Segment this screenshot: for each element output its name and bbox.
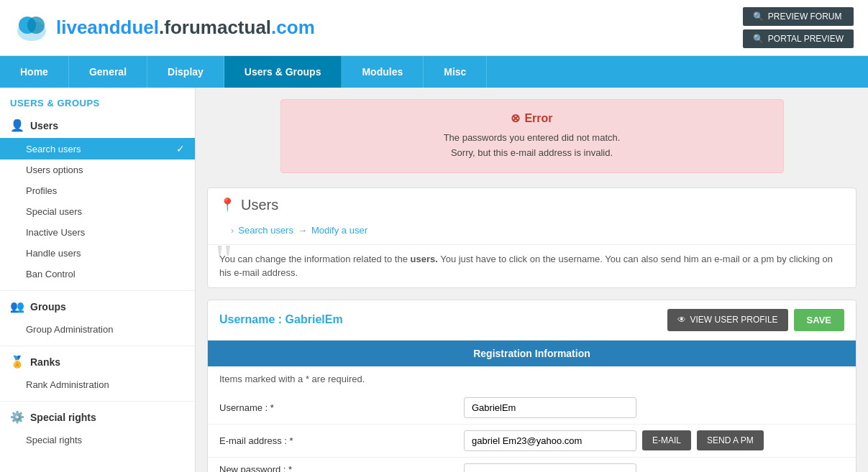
username-actions: 👁 VIEW USER PROFILE SAVE: [667, 309, 844, 331]
username-input[interactable]: [464, 397, 636, 418]
search-icon-2: 🔍: [753, 34, 764, 44]
sidebar-group-ranks: 🏅 Ranks Rank Administration: [0, 349, 195, 395]
email-row-actions: E-MAIL SEND A PM: [464, 430, 764, 451]
username-form-row: Username : *: [208, 392, 856, 425]
header-buttons: 🔍 PREVIEW FORUM 🔍 PORTAL PREVIEW: [743, 7, 854, 48]
logo-area: liveandduel.forumactual.com: [14, 11, 315, 45]
pin-icon: 📍: [219, 197, 235, 213]
special-icon: ⚙️: [10, 410, 24, 424]
sidebar-item-profiles[interactable]: Profiles: [0, 180, 195, 201]
sidebar-group-special: ⚙️ Special rights Special rights: [0, 404, 195, 450]
users-section: 📍 Users › Search users → Modify a user Y…: [207, 188, 856, 288]
sidebar-item-ban-control[interactable]: Ban Control: [0, 264, 195, 284]
ranks-icon: 🏅: [10, 355, 24, 369]
nav-display[interactable]: Display: [147, 56, 224, 88]
sidebar-group-groups-header: 👥 Groups: [0, 294, 195, 319]
email-form-row: E-mail address : * E-MAIL SEND A PM: [208, 425, 856, 458]
username-header: Username : GabrielEm 👁 VIEW USER PROFILE…: [208, 300, 856, 341]
logo-text: liveandduel.forumactual.com: [56, 17, 315, 39]
nav-misc[interactable]: Misc: [424, 56, 487, 88]
sidebar: USERS & GROUPS 👤 Users Search users ✓ Us…: [0, 88, 196, 472]
sidebar-group-users-header: 👤 Users: [0, 113, 195, 138]
password-form-row: New password : * You only need to supply…: [208, 458, 856, 472]
sidebar-group-groups: 👥 Groups Group Administration: [0, 294, 195, 340]
username-section: Username : GabrielEm 👁 VIEW USER PROFILE…: [207, 300, 856, 472]
email-input[interactable]: [464, 430, 636, 451]
search-icon: 🔍: [753, 11, 764, 22]
password-input[interactable]: [464, 463, 636, 472]
breadcrumb-search-users[interactable]: Search users: [238, 225, 293, 236]
sidebar-item-users-options[interactable]: Users options: [0, 159, 195, 180]
sidebar-group-users: 👤 Users Search users ✓ Users options Pro…: [0, 113, 195, 284]
breadcrumb-modify-user[interactable]: Modify a user: [311, 225, 367, 236]
send-pm-button[interactable]: SEND A PM: [697, 430, 764, 450]
sidebar-item-search-users[interactable]: Search users ✓: [0, 138, 195, 159]
nav-general[interactable]: General: [69, 56, 147, 88]
user-icon: 👤: [10, 119, 24, 132]
svg-point-2: [27, 17, 45, 34]
nav-modules[interactable]: Modules: [342, 56, 424, 88]
breadcrumb-separator: →: [298, 225, 307, 236]
sidebar-item-inactive-users[interactable]: Inactive Users: [0, 222, 195, 243]
nav-home[interactable]: Home: [0, 56, 69, 88]
page-header: 📍 Users: [208, 188, 856, 222]
sidebar-group-ranks-header: 🏅 Ranks: [0, 349, 195, 374]
preview-forum-button[interactable]: 🔍 PREVIEW FORUM: [743, 7, 854, 26]
groups-icon: 👥: [10, 300, 24, 313]
sidebar-item-handle-users[interactable]: Handle users: [0, 243, 195, 264]
view-profile-button[interactable]: 👁 VIEW USER PROFILE: [667, 309, 788, 331]
check-icon: ✓: [176, 143, 185, 154]
main-content: ⊗ Error The passwords you entered did no…: [196, 88, 868, 472]
sidebar-item-special-users[interactable]: Special users: [0, 201, 195, 222]
save-button[interactable]: SAVE: [794, 309, 844, 331]
sidebar-item-special-rights[interactable]: Special rights: [0, 430, 195, 450]
password-label: New password : * You only need to supply…: [219, 464, 464, 472]
error-icon: ⊗: [511, 111, 520, 125]
registration-info-header: Registration Information: [208, 341, 856, 366]
error-box: ⊗ Error The passwords you entered did no…: [280, 99, 784, 173]
form-note: Items marked with a * are required.: [208, 366, 856, 392]
sidebar-divider-1: [0, 290, 195, 291]
username-label: Username : *: [219, 402, 464, 413]
breadcrumb: › Search users → Modify a user: [208, 222, 856, 244]
error-title: ⊗ Error: [296, 111, 769, 125]
breadcrumb-arrow: ›: [231, 225, 234, 236]
sidebar-item-rank-admin[interactable]: Rank Administration: [0, 374, 195, 395]
error-msg: The passwords you entered did not match.…: [296, 131, 769, 161]
eye-icon: 👁: [677, 315, 686, 325]
portal-preview-button[interactable]: 🔍 PORTAL PREVIEW: [743, 29, 854, 48]
layout: USERS & GROUPS 👤 Users Search users ✓ Us…: [0, 88, 868, 472]
logo-icon: [14, 11, 49, 45]
header: liveandduel.forumactual.com 🔍 PREVIEW FO…: [0, 0, 868, 56]
main-nav: Home General Display Users & Groups Modu…: [0, 56, 868, 88]
sidebar-section-title: USERS & GROUPS: [0, 88, 195, 113]
sidebar-divider-3: [0, 401, 195, 402]
sidebar-divider-2: [0, 346, 195, 346]
email-button[interactable]: E-MAIL: [642, 430, 691, 450]
nav-users-groups[interactable]: Users & Groups: [224, 56, 342, 88]
sidebar-item-group-admin[interactable]: Group Administration: [0, 319, 195, 340]
info-text: You can change the information related t…: [208, 244, 856, 287]
email-label: E-mail address : *: [219, 435, 464, 446]
sidebar-group-special-header: ⚙️ Special rights: [0, 404, 195, 430]
